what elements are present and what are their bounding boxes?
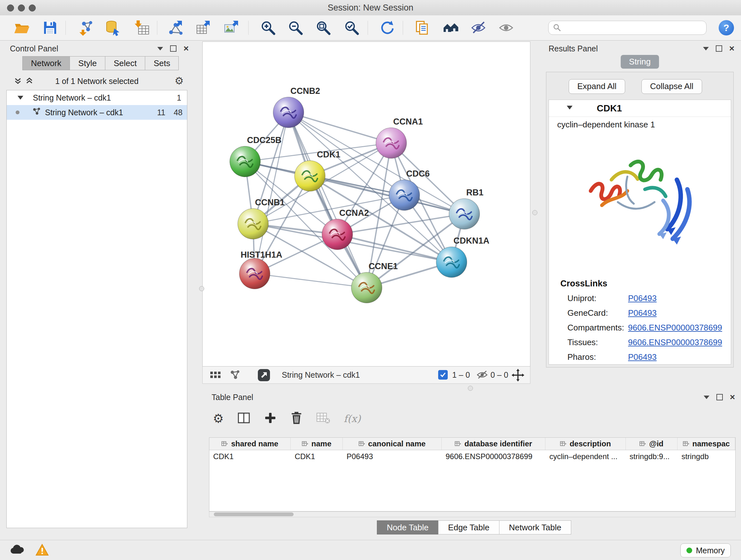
tab-node-table[interactable]: Node Table <box>377 520 439 535</box>
expand-all-button[interactable]: Expand All <box>569 79 625 94</box>
search-input[interactable] <box>561 23 697 33</box>
table-cell[interactable]: stringdb <box>677 450 735 463</box>
network-node-CCNB2[interactable]: CCNB2 <box>273 86 320 128</box>
panel-float-icon[interactable] <box>704 395 710 399</box>
tab-select[interactable]: Select <box>105 56 145 70</box>
network-options-gear-icon[interactable]: ⚙ <box>175 75 184 87</box>
panel-close-icon[interactable]: × <box>730 395 735 400</box>
save-session-icon[interactable] <box>42 19 58 36</box>
delete-column-trash-icon[interactable] <box>290 411 303 426</box>
crosslink-row: Compartments:9606.ENSP00000378699 <box>567 323 727 337</box>
export-table-icon[interactable] <box>195 19 212 36</box>
open-session-icon[interactable] <box>13 19 30 36</box>
tree-expand-icon[interactable] <box>17 96 23 100</box>
network-node-CCNA1[interactable]: CCNA1 <box>376 117 423 159</box>
table-panel-title: Table Panel <box>212 393 253 402</box>
import-table-file-icon[interactable] <box>134 19 151 36</box>
hide-eye-slash-icon[interactable] <box>470 19 487 36</box>
column-header[interactable]: database identifier <box>442 438 545 450</box>
zoom-selected-icon[interactable] <box>343 19 360 36</box>
column-header[interactable]: name <box>291 438 343 450</box>
network-edge[interactable] <box>288 112 391 143</box>
export-network-icon[interactable] <box>167 19 184 36</box>
network-node-CCNE1[interactable]: CCNE1 <box>351 261 398 303</box>
collapse-card-icon[interactable] <box>567 106 572 110</box>
panel-float-icon[interactable] <box>703 47 709 51</box>
export-image-icon[interactable] <box>223 19 239 36</box>
import-network-database-icon[interactable] <box>105 19 121 36</box>
panel-close-icon[interactable]: × <box>184 46 189 51</box>
network-collection-row[interactable]: String Network – cdk1 1 <box>7 90 187 105</box>
panel-close-icon[interactable]: × <box>729 46 734 51</box>
zoom-fit-icon[interactable] <box>315 19 332 36</box>
column-header[interactable]: namespac <box>677 438 735 450</box>
tab-network[interactable]: Network <box>22 56 70 70</box>
table-row[interactable]: CDK1CDK1P064939606.ENSP00000378699cyclin… <box>209 450 735 463</box>
collapse-all-button[interactable]: Collapse All <box>642 79 702 94</box>
crosslink-value-link[interactable]: P06493 <box>628 352 657 362</box>
panel-maximize-icon[interactable] <box>717 394 723 400</box>
pan-move-icon[interactable] <box>512 369 524 383</box>
network-node-label: CCNA2 <box>339 208 369 218</box>
houses-icon[interactable] <box>442 19 459 36</box>
column-header[interactable]: shared name <box>209 438 291 450</box>
network-canvas[interactable]: CCNB2CCNA1CDC25BCDK1CDC6RB1CCNB1CCNA2CDK… <box>203 42 530 366</box>
table-cell[interactable]: stringdb:9... <box>626 450 678 463</box>
show-columns-icon[interactable] <box>237 411 251 426</box>
network-view-footer: String Network – cdk1 1 – 0 0 – 0 <box>202 367 530 384</box>
zoom-in-icon[interactable] <box>260 19 276 36</box>
tab-edge-table[interactable]: Edge Table <box>438 520 499 535</box>
network-edge[interactable] <box>288 112 367 288</box>
table-cell[interactable]: CDK1 <box>291 450 343 463</box>
column-header[interactable]: @id <box>626 438 678 450</box>
warning-icon[interactable] <box>35 543 49 557</box>
panel-maximize-icon[interactable] <box>170 45 177 52</box>
tab-sets[interactable]: Sets <box>145 56 179 70</box>
string-network-icon <box>32 107 41 118</box>
network-node-CDC25B[interactable]: CDC25B <box>230 135 281 177</box>
string-tab-badge[interactable]: String <box>621 55 659 69</box>
table-settings-gear-icon[interactable]: ⚙ <box>213 412 224 426</box>
network-node-CDKN1A[interactable]: CDKN1A <box>436 236 489 277</box>
export-view-icon[interactable] <box>258 369 270 383</box>
memory-label: Memory <box>696 546 725 555</box>
import-network-file-icon[interactable] <box>78 19 95 36</box>
network-node-CDK1[interactable]: CDK1 <box>294 150 340 191</box>
table-cell[interactable]: 9606.ENSP00000378699 <box>442 450 545 463</box>
crosslink-value-link[interactable]: 9606.ENSP00000378699 <box>628 323 722 333</box>
table-cell[interactable]: CDK1 <box>209 450 291 463</box>
grid-view-icon[interactable] <box>210 369 221 382</box>
network-view[interactable]: CCNB2CCNA1CDC25BCDK1CDC6RB1CCNB1CCNA2CDK… <box>202 42 530 367</box>
left-splitter-handle[interactable] <box>199 286 204 291</box>
selected-checkbox-icon[interactable] <box>438 370 448 380</box>
zoom-out-icon[interactable] <box>287 19 304 36</box>
column-header[interactable]: description <box>545 438 625 450</box>
network-edge[interactable] <box>255 273 367 288</box>
table-cell[interactable]: cyclin–dependent ... <box>545 450 625 463</box>
copy-document-icon[interactable] <box>414 19 430 36</box>
crosslink-value-link[interactable]: P06493 <box>628 308 657 318</box>
network-node-RB1[interactable]: RB1 <box>449 188 483 229</box>
tab-style[interactable]: Style <box>70 56 105 70</box>
toolbar-search[interactable] <box>548 21 706 35</box>
scrollbar-thumb[interactable] <box>214 512 293 516</box>
table-cell[interactable]: P06493 <box>343 450 442 463</box>
crosslink-value-link[interactable]: 9606.ENSP00000378699 <box>628 337 722 348</box>
network-selection-status: 1 of 1 Network selected <box>5 77 189 86</box>
table-horizontal-scrollbar[interactable] <box>209 511 736 517</box>
panel-float-icon[interactable] <box>157 47 163 51</box>
network-node-HIST1H1A[interactable]: HIST1H1A <box>239 250 282 289</box>
create-column-plus-icon[interactable] <box>264 412 277 426</box>
crosslink-value-link[interactable]: P06493 <box>628 294 657 303</box>
right-splitter-handle[interactable] <box>532 210 537 215</box>
refresh-icon[interactable] <box>379 19 395 36</box>
network-row-selected[interactable]: String Network – cdk1 11 48 <box>7 105 187 120</box>
column-header[interactable]: canonical name <box>343 438 442 450</box>
birds-eye-icon[interactable] <box>229 369 241 382</box>
help-button[interactable]: ? <box>719 20 734 36</box>
panel-maximize-icon[interactable] <box>716 45 722 52</box>
show-eye-icon[interactable] <box>498 19 515 36</box>
tab-network-table[interactable]: Network Table <box>499 520 571 535</box>
cloud-status-icon[interactable] <box>10 544 25 556</box>
memory-button[interactable]: Memory <box>680 543 731 557</box>
